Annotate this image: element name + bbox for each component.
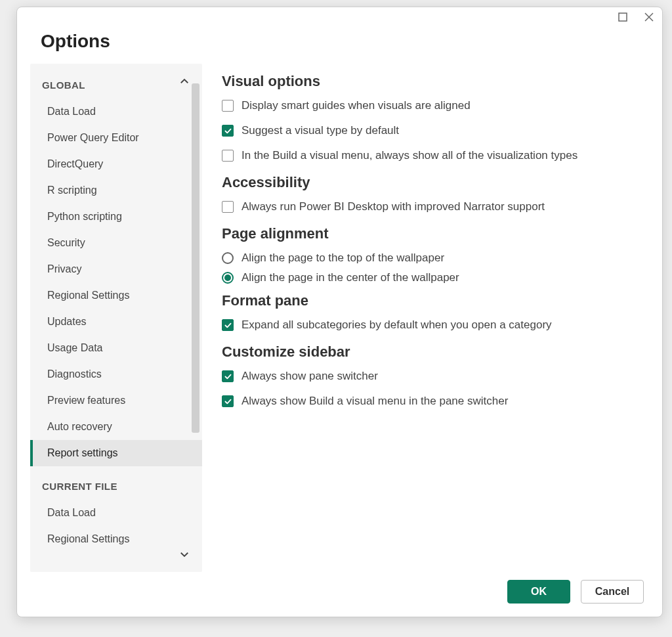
option-label: Always show pane switcher — [242, 370, 378, 383]
checkbox-checked-icon[interactable] — [222, 319, 234, 331]
sidebar-item-python-scripting[interactable]: Python scripting — [30, 204, 202, 230]
sidebar-item-data-load[interactable]: Data Load — [30, 99, 202, 125]
sidebar-scrollbar[interactable] — [192, 83, 200, 559]
option-label: Display smart guides when visuals are al… — [242, 99, 471, 112]
option-suggest-visual-type[interactable]: Suggest a visual type by default — [222, 124, 636, 137]
sidebar-item-r-scripting[interactable]: R scripting — [30, 177, 202, 204]
group-format-pane: Format pane — [222, 292, 636, 309]
options-sidebar: GLOBAL Data Load Power Query Editor Dire… — [30, 64, 202, 572]
group-accessibility: Accessibility — [222, 174, 636, 191]
radio-unchecked-icon[interactable] — [222, 252, 234, 264]
option-label: Align the page to the top of the wallpap… — [242, 252, 444, 265]
sidebar-item-diagnostics[interactable]: Diagnostics — [30, 361, 202, 387]
dialog-body: GLOBAL Data Load Power Query Editor Dire… — [17, 64, 662, 572]
sidebar-item-report-settings[interactable]: Report settings — [30, 440, 202, 466]
checkbox-checked-icon[interactable] — [222, 370, 234, 382]
option-align-center[interactable]: Align the page in the center of the wall… — [222, 271, 636, 284]
sidebar-item-privacy[interactable]: Privacy — [30, 256, 202, 282]
sidebar-item-directquery[interactable]: DirectQuery — [30, 151, 202, 177]
option-label: Expand all subcategories by default when… — [242, 318, 552, 332]
option-smart-guides[interactable]: Display smart guides when visuals are al… — [222, 99, 636, 112]
checkbox-unchecked-icon[interactable] — [222, 100, 234, 112]
checkbox-unchecked-icon[interactable] — [222, 201, 234, 213]
svg-rect-0 — [619, 13, 627, 21]
sidebar-section-current-file: CURRENT FILE — [30, 466, 202, 500]
group-customize-sidebar: Customize sidebar — [222, 343, 636, 361]
sidebar-item-security[interactable]: Security — [30, 230, 202, 256]
option-narrator-support[interactable]: Always run Power BI Desktop with improve… — [222, 200, 636, 213]
group-visual-options: Visual options — [222, 73, 636, 90]
dialog-titlebar — [17, 7, 662, 27]
option-expand-subcategories[interactable]: Expand all subcategories by default when… — [222, 318, 636, 332]
option-show-all-viz-types[interactable]: In the Build a visual menu, always show … — [222, 149, 636, 162]
sidebar-section-global: GLOBAL — [30, 76, 202, 99]
dialog-footer: OK Cancel — [17, 572, 662, 617]
checkbox-checked-icon[interactable] — [222, 395, 234, 407]
checkbox-unchecked-icon[interactable] — [222, 150, 234, 162]
dialog-title: Options — [17, 27, 662, 64]
cancel-button[interactable]: Cancel — [581, 580, 644, 604]
option-label: Always show Build a visual menu in the p… — [242, 395, 508, 408]
sidebar-item-updates[interactable]: Updates — [30, 309, 202, 335]
close-icon[interactable] — [644, 12, 654, 22]
option-label: Always run Power BI Desktop with improve… — [242, 200, 545, 213]
scroll-up-icon[interactable] — [178, 76, 190, 90]
option-show-pane-switcher[interactable]: Always show pane switcher — [222, 370, 636, 383]
sidebar-item-power-query-editor[interactable]: Power Query Editor — [30, 125, 202, 151]
checkbox-checked-icon[interactable] — [222, 125, 234, 137]
sidebar-item-cf-regional-settings[interactable]: Regional Settings — [30, 526, 202, 552]
ok-button[interactable]: OK — [507, 580, 570, 604]
sidebar-item-auto-recovery[interactable]: Auto recovery — [30, 414, 202, 440]
option-label: In the Build a visual menu, always show … — [242, 149, 578, 162]
sidebar-scrollbar-thumb[interactable] — [192, 83, 200, 433]
option-label: Suggest a visual type by default — [242, 124, 399, 137]
option-label: Align the page in the center of the wall… — [242, 271, 459, 284]
option-align-top[interactable]: Align the page to the top of the wallpap… — [222, 252, 636, 265]
group-page-alignment: Page alignment — [222, 225, 636, 242]
sidebar-item-preview-features[interactable]: Preview features — [30, 387, 202, 414]
radio-checked-icon[interactable] — [222, 272, 234, 284]
options-main: Visual options Display smart guides when… — [202, 64, 649, 572]
options-dialog: Options GLOBAL Data Load Power Query Edi… — [16, 7, 663, 617]
scroll-down-icon[interactable] — [178, 548, 190, 563]
option-show-build-visual-menu[interactable]: Always show Build a visual menu in the p… — [222, 395, 636, 408]
sidebar-item-cf-data-load[interactable]: Data Load — [30, 500, 202, 526]
sidebar-item-regional-settings[interactable]: Regional Settings — [30, 282, 202, 309]
sidebar-item-usage-data[interactable]: Usage Data — [30, 335, 202, 361]
maximize-icon[interactable] — [618, 12, 628, 22]
